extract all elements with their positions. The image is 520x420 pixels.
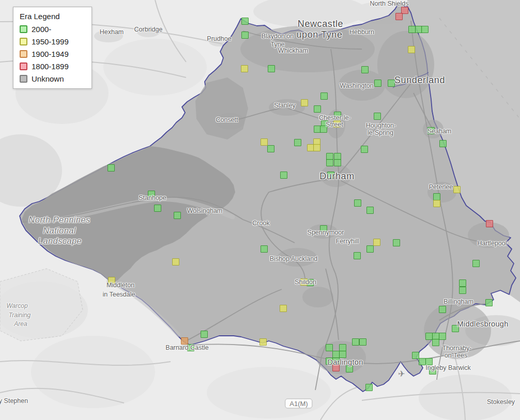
- era-marker-2000[interactable]: [201, 331, 208, 338]
- legend-item-1900: 1900-1949: [20, 50, 85, 58]
- era-marker-2000[interactable]: [268, 65, 275, 72]
- era-marker-1950[interactable]: [408, 46, 415, 53]
- era-marker-1800[interactable]: [486, 220, 493, 227]
- era-marker-1950[interactable]: [300, 278, 308, 286]
- era-marker-2000[interactable]: [366, 245, 374, 253]
- era-marker-1950[interactable]: [172, 258, 179, 266]
- era-marker-1950[interactable]: [333, 120, 341, 128]
- legend-swatch-2000-icon: [20, 25, 27, 33]
- era-marker-1950[interactable]: [108, 277, 115, 284]
- legend-item-1800: 1800-1899: [20, 62, 85, 71]
- era-marker-2000[interactable]: [280, 172, 287, 179]
- era-marker-2000[interactable]: [425, 333, 433, 340]
- era-marker-2000[interactable]: [485, 299, 493, 306]
- era-marker-2000[interactable]: [327, 172, 334, 179]
- era-marker-2000[interactable]: [320, 92, 328, 100]
- era-marker-2000[interactable]: [241, 18, 249, 25]
- era-marker-2000[interactable]: [408, 26, 416, 33]
- era-marker-2000[interactable]: [352, 338, 359, 346]
- era-marker-2000[interactable]: [320, 225, 327, 232]
- era-marker-2000[interactable]: [187, 344, 194, 351]
- era-marker-2000[interactable]: [261, 245, 268, 253]
- era-marker-2000[interactable]: [365, 384, 373, 391]
- era-marker-1950[interactable]: [259, 338, 267, 346]
- era-marker-2000[interactable]: [326, 159, 333, 166]
- era-marker-2000[interactable]: [148, 191, 155, 198]
- legend-item-label: 1900-1949: [32, 50, 69, 58]
- era-marker-2000[interactable]: [388, 80, 395, 87]
- era-marker-1950[interactable]: [373, 239, 380, 246]
- legend-item-label: 1800-1899: [32, 62, 69, 71]
- era-marker-2000[interactable]: [354, 252, 361, 259]
- era-marker-2000[interactable]: [174, 212, 181, 219]
- era-marker-2000[interactable]: [359, 338, 366, 346]
- era-marker-2000[interactable]: [108, 164, 115, 172]
- legend-item-label: 1950-1999: [32, 37, 69, 46]
- era-marker-2000[interactable]: [433, 193, 440, 200]
- era-marker-1950[interactable]: [241, 65, 248, 72]
- era-marker-1800[interactable]: [395, 13, 403, 20]
- era-marker-2000[interactable]: [334, 112, 341, 119]
- era-marker-2000[interactable]: [361, 66, 369, 73]
- era-marker-2000[interactable]: [419, 358, 426, 365]
- era-marker-1950[interactable]: [453, 186, 461, 193]
- legend-swatch-1800-icon: [20, 63, 27, 70]
- era-marker-1950[interactable]: [280, 305, 287, 312]
- era-marker-2000[interactable]: [361, 146, 368, 153]
- era-marker-2000[interactable]: [354, 199, 361, 207]
- era-marker-1950[interactable]: [433, 200, 440, 207]
- era-marker-2000[interactable]: [429, 367, 436, 375]
- era-marker-2000[interactable]: [459, 279, 466, 287]
- era-marker-2000[interactable]: [339, 344, 346, 351]
- era-marker-2000[interactable]: [366, 207, 374, 214]
- era-marker-2000[interactable]: [154, 205, 161, 212]
- legend-swatch-unknown-icon: [20, 75, 27, 83]
- era-marker-2000[interactable]: [326, 344, 333, 351]
- era-marker-2000[interactable]: [346, 365, 353, 372]
- era-marker-2000[interactable]: [439, 333, 446, 340]
- era-marker-2000[interactable]: [472, 260, 480, 267]
- legend-item-label: Unknown: [32, 74, 64, 83]
- era-marker-2000[interactable]: [459, 287, 466, 294]
- legend-swatch-1900-icon: [20, 50, 27, 58]
- legend-swatch-1950-icon: [20, 38, 27, 45]
- era-marker-2000[interactable]: [374, 80, 381, 87]
- era-marker-1950[interactable]: [261, 138, 268, 146]
- era-marker-2000[interactable]: [339, 351, 346, 358]
- era-marker-2000[interactable]: [307, 279, 314, 286]
- era-marker-1950[interactable]: [301, 99, 308, 106]
- era-legend: Era Legend 2000- 1950-1999 1900-1949 180…: [13, 7, 92, 89]
- era-marker-2000[interactable]: [412, 352, 419, 359]
- legend-title: Era Legend: [20, 12, 85, 21]
- legend-item-label: 2000-: [32, 25, 51, 34]
- legend-item-2000: 2000-: [20, 25, 85, 34]
- era-marker-2000[interactable]: [332, 357, 340, 365]
- era-marker-2000[interactable]: [452, 325, 459, 332]
- era-marker-2000[interactable]: [326, 357, 333, 365]
- era-marker-1950[interactable]: [313, 144, 320, 151]
- era-marker-2000[interactable]: [267, 145, 274, 152]
- era-marker-2000[interactable]: [425, 358, 433, 365]
- era-marker-2000[interactable]: [320, 126, 327, 133]
- era-marker-2000[interactable]: [332, 351, 340, 358]
- airport-icon: ✈: [398, 369, 405, 379]
- era-marker-2000[interactable]: [421, 26, 429, 33]
- era-marker-2000[interactable]: [314, 105, 321, 113]
- legend-item-unknown: Unknown: [20, 74, 85, 83]
- era-marker-2000[interactable]: [393, 239, 400, 246]
- era-marker-2000[interactable]: [432, 339, 439, 346]
- era-marker-2000[interactable]: [374, 113, 381, 120]
- era-marker-2000[interactable]: [294, 139, 301, 146]
- road-badge-a1m: A1(M): [285, 399, 312, 409]
- legend-item-1950: 1950-1999: [20, 37, 85, 46]
- era-marker-2000[interactable]: [334, 159, 341, 166]
- era-marker-1800[interactable]: [332, 364, 340, 371]
- era-marker-2000[interactable]: [427, 127, 435, 134]
- era-marker-1900[interactable]: [181, 337, 188, 345]
- map-app: HexhamCorbridgePrudhoeBlaydon onTyneNewc…: [0, 0, 520, 420]
- era-marker-2000[interactable]: [241, 32, 249, 39]
- era-marker-2000[interactable]: [439, 306, 446, 313]
- era-marker-2000[interactable]: [439, 140, 447, 147]
